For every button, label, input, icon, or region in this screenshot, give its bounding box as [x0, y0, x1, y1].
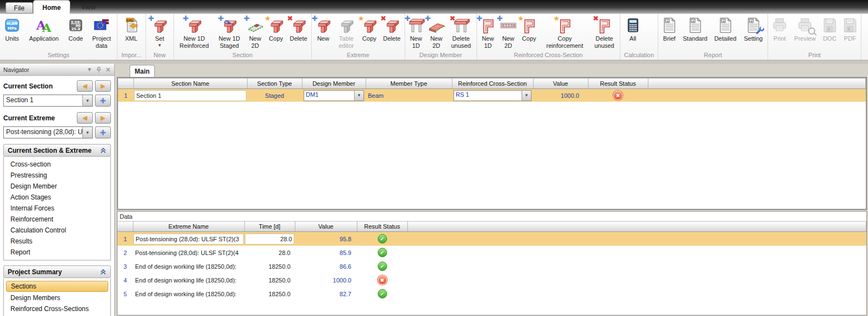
col-header-section-type[interactable]: Section Type	[247, 79, 302, 89]
result-status-icon	[378, 262, 387, 271]
close-icon[interactable]: ✕	[105, 66, 111, 74]
nav-item-reinforcement[interactable]: Reinforcement	[5, 214, 109, 225]
printer-preview-icon	[796, 16, 814, 35]
new-2d-rcs-button[interactable]: ✚ New 2D	[499, 15, 518, 49]
chevron-down-icon[interactable]: ▼	[82, 127, 92, 138]
col-header-result-status[interactable]: Result Status	[357, 221, 407, 232]
rcs-copy-icon: ★	[556, 16, 574, 35]
report-setting-button[interactable]: Setting	[741, 15, 766, 42]
nav-item-calculation-control[interactable]: Calculation Control	[5, 225, 109, 236]
col-header-member-type[interactable]: Member Type	[366, 79, 452, 89]
new-set-button[interactable]: ✚ Set ▾	[148, 15, 172, 48]
extreme-table-row[interactable]: 2 Post-tensioning (28,0d): ULSF ST(2)(4 …	[117, 246, 866, 259]
nav-item-reinforced-cross-sections[interactable]: Reinforced Cross-Sections	[5, 303, 109, 314]
tab-home[interactable]: Home	[33, 0, 70, 14]
current-extreme-select[interactable]: Post-tensioning (28,0d): ULS ▼	[3, 126, 93, 138]
row-number[interactable]: 4	[117, 273, 133, 287]
report-standard-button[interactable]: Standard	[680, 15, 710, 42]
copy-extreme-button[interactable]: ★ Copy	[360, 15, 379, 42]
nav-item-report[interactable]: Report	[5, 247, 109, 258]
current-section-value: Section 1	[4, 95, 82, 106]
nav-item-sections[interactable]: Sections	[6, 281, 108, 292]
nav-item-prestressing[interactable]: Prestressing	[5, 170, 109, 181]
row-number[interactable]: 2	[117, 246, 133, 259]
nav-item-action-stages[interactable]: Action Stages	[5, 192, 109, 203]
reinforced-cross-section-select[interactable]: RS 1▼	[453, 90, 531, 101]
col-header-value[interactable]: Value	[533, 79, 588, 89]
new-1d-reinforced-button[interactable]: ✚ New 1D Reinforced	[176, 15, 213, 49]
tab-view[interactable]: View	[71, 0, 105, 14]
button-label: Code	[69, 35, 83, 42]
delete-unused-member-button[interactable]: ✖ Delete unused	[447, 15, 475, 49]
new-1d-rcs-button[interactable]: ✚ New 1D	[479, 15, 497, 49]
calculate-all-button[interactable]: All	[622, 15, 644, 42]
application-button[interactable]: Application	[24, 15, 64, 42]
code-button[interactable]: Code	[65, 15, 86, 42]
report-brief-button[interactable]: Brief	[660, 15, 679, 42]
row-number[interactable]: 1	[118, 89, 133, 102]
new-2d-member-button[interactable]: ✚ New 2D	[427, 15, 446, 49]
new-extreme-button[interactable]: ✚ New	[313, 15, 333, 42]
add-extreme-button[interactable]: ✚	[95, 126, 111, 138]
nav-item-design-members[interactable]: Design Members	[5, 292, 109, 303]
current-section-select[interactable]: Section 1 ▼	[3, 95, 93, 107]
row-number-header[interactable]	[118, 79, 133, 89]
col-header-extreme-name[interactable]: Extreme Name	[133, 221, 244, 232]
next-extreme-button[interactable]: ▶	[95, 112, 111, 124]
report-detailed-button[interactable]: Detailed	[712, 15, 739, 42]
xml-import-button[interactable]: XML	[119, 15, 143, 42]
new-1d-member-button[interactable]: ✚ New 1D	[407, 15, 425, 49]
extreme-table-row[interactable]: 3 End of design working life (18250,0d):…	[117, 259, 866, 273]
extreme-table-row[interactable]: 1 Post-tensioning (28,0d): ULSF ST(2)(3 …	[117, 232, 866, 246]
section-name-input[interactable]: Section 1	[134, 90, 247, 101]
col-header-section-name[interactable]: Section Name	[133, 79, 247, 89]
row-number-header[interactable]	[117, 221, 133, 232]
delete-unused-rcs-button[interactable]: ✖ Delete unused	[591, 15, 618, 49]
design-member-select[interactable]: DM1▼	[304, 90, 364, 101]
col-header-time[interactable]: Time [d]	[244, 221, 295, 232]
project-data-button[interactable]: Project data	[88, 15, 115, 49]
nav-item-results[interactable]: Results	[5, 236, 109, 247]
units-button[interactable]: Units	[2, 15, 23, 42]
row-number[interactable]: 1	[117, 232, 133, 246]
tab-main[interactable]: Main	[130, 65, 155, 77]
nav-item-design-member[interactable]: Design Member	[5, 181, 109, 192]
chevron-down-icon[interactable]: ▼	[522, 91, 531, 101]
extreme-table-row[interactable]: 4 End of design working life (18250,0d):…	[117, 273, 866, 287]
row-number[interactable]: 3	[117, 259, 133, 273]
project-summary-panel-header[interactable]: Project Summary	[3, 265, 111, 278]
star-overlay-icon: ★	[265, 14, 271, 23]
copy-reinforcement-button[interactable]: ★ Copy reinforcement	[541, 15, 589, 49]
add-section-button[interactable]: ✚	[95, 95, 111, 107]
chevron-down-icon[interactable]: ▼	[354, 91, 363, 101]
collapse-chevron-icon[interactable]	[100, 269, 107, 275]
panel-menu-icon[interactable]: ▼	[87, 66, 92, 73]
delete-section-button[interactable]: ✖ Delete	[288, 15, 310, 42]
previous-extreme-button[interactable]: ◀	[77, 112, 93, 124]
pin-icon[interactable]	[96, 66, 102, 73]
section-table-row[interactable]: 1 Section 1 Staged DM1▼ Beam RS 1▼ 1000.…	[118, 89, 866, 102]
col-header-reinforced-cross-section[interactable]: Reinforced Cross-Section	[452, 79, 533, 89]
copy-section-button[interactable]: ★ Copy	[266, 15, 286, 42]
next-section-button[interactable]: ▶	[95, 80, 111, 92]
magnifier-overlay-icon	[808, 27, 815, 35]
extreme-name-input[interactable]: Post-tensioning (28,0d): ULSF ST(2)(3	[133, 234, 244, 245]
col-header-design-member[interactable]: Design Member	[302, 79, 366, 89]
chevron-down-icon[interactable]: ▼	[82, 95, 92, 106]
col-header-result-status[interactable]: Result Status	[588, 79, 648, 89]
copy-rcs-button[interactable]: ★ Copy	[519, 15, 539, 42]
delete-extreme-button[interactable]: ✖ Delete	[381, 15, 403, 42]
new-1d-staged-button[interactable]: ✚↷ New 1D Staged	[215, 15, 244, 49]
time-input[interactable]: 28.0	[245, 234, 294, 245]
row-number[interactable]: 5	[117, 287, 133, 301]
tab-file[interactable]: File	[5, 2, 33, 14]
section-extreme-panel-header[interactable]: Current Section & Extreme	[3, 144, 111, 157]
extreme-table-row[interactable]: 5 End of design working life (18250,0d):…	[117, 287, 866, 301]
new-2d-section-button[interactable]: ✚ New 2D	[246, 15, 265, 49]
nav-item-cross-section[interactable]: Cross-section	[5, 159, 109, 170]
col-header-value[interactable]: Value	[295, 221, 357, 232]
collapse-chevron-icon[interactable]	[100, 147, 107, 154]
nav-item-internal-forces[interactable]: Internal Forces	[5, 203, 109, 214]
previous-section-button[interactable]: ◀	[77, 80, 93, 92]
group-label: Extreme	[313, 52, 403, 60]
